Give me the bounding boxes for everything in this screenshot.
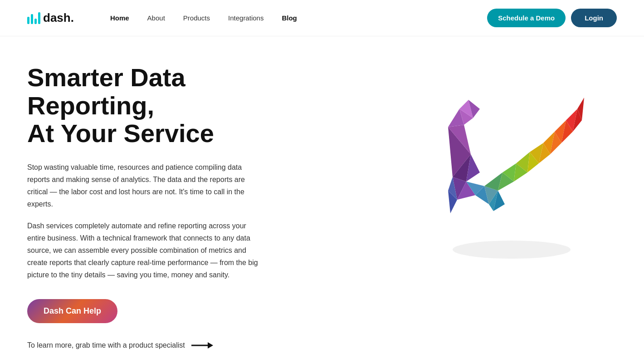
nav-integrations[interactable]: Integrations: [228, 14, 263, 22]
schedule-demo-button[interactable]: Schedule a Demo: [487, 9, 566, 27]
hero-text: Smarter Data Reporting, At Your Service …: [27, 54, 351, 349]
logo-bar-1: [27, 17, 29, 24]
logo-bar-3: [34, 19, 37, 24]
logo[interactable]: dash.: [27, 11, 74, 25]
hero-title-line3: At Your Service: [27, 119, 214, 148]
hero-description-2: Dash services completely automate and re…: [27, 220, 263, 281]
nav-blog[interactable]: Blog: [282, 14, 297, 22]
hero-title: Smarter Data Reporting, At Your Service: [27, 64, 351, 148]
nav-about[interactable]: About: [147, 14, 165, 22]
logo-icon: [27, 12, 40, 24]
svg-point-32: [453, 241, 571, 259]
nav-links: Home About Products Integrations Blog: [110, 14, 487, 22]
nav-home[interactable]: Home: [110, 14, 129, 22]
nav-actions: Schedule a Demo Login: [487, 9, 617, 27]
checkmark-illustration: [376, 54, 593, 272]
dash-can-help-button[interactable]: Dash Can Help: [27, 299, 117, 323]
hero-title-line1: Smarter Data: [27, 63, 185, 92]
login-button[interactable]: Login: [571, 9, 617, 27]
logo-bar-2: [31, 14, 33, 24]
navigation: dash. Home About Products Integrations B…: [0, 0, 644, 36]
hero-section: Smarter Data Reporting, At Your Service …: [0, 36, 644, 354]
hero-description-1: Stop wasting valuable time, resources an…: [27, 161, 263, 211]
nav-products[interactable]: Products: [183, 14, 210, 22]
hero-title-line2: Reporting,: [27, 91, 154, 120]
hero-visual: [351, 54, 617, 272]
arrow-icon: [191, 342, 213, 349]
specialist-row: To learn more, grab time with a product …: [27, 341, 351, 349]
specialist-text: To learn more, grab time with a product …: [27, 341, 185, 349]
logo-bar-4: [38, 12, 40, 24]
logo-text: dash.: [43, 11, 74, 25]
